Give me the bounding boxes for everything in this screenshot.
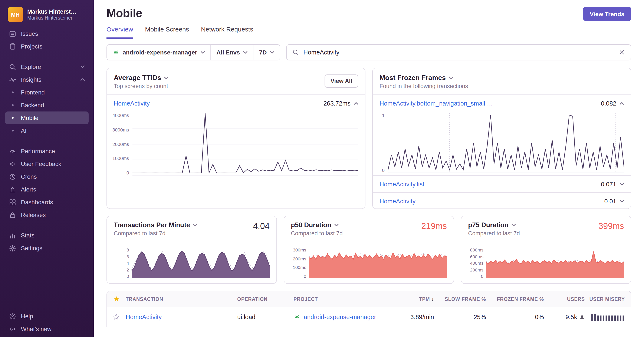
card-subtitle: Found in the following transactions xyxy=(380,83,624,89)
y-axis-label: 800ms xyxy=(466,248,484,252)
date-range-selector[interactable]: 7D xyxy=(254,45,280,60)
sidebar-item-alerts[interactable]: Alerts xyxy=(5,183,88,196)
sidebar-item-insights[interactable]: Insights xyxy=(5,73,88,86)
android-icon xyxy=(294,314,300,321)
chevron-down-icon xyxy=(164,77,168,79)
frozen-frames-value: 0.071 xyxy=(601,181,616,187)
sidebar-item-help[interactable]: Help xyxy=(5,310,88,323)
y-axis-label: 600ms xyxy=(466,254,484,259)
card-title-label: Transactions Per Minute xyxy=(114,221,190,229)
sidebar-item-mobile[interactable]: Mobile xyxy=(5,111,88,124)
siren-icon xyxy=(9,186,16,193)
sidebar-item-backend[interactable]: Backend xyxy=(5,99,88,111)
sidebar-item-label: User Feedback xyxy=(21,160,61,167)
sidebar-item-label: Explore xyxy=(21,63,41,70)
tab-overview[interactable]: Overview xyxy=(106,25,133,39)
expand-icon[interactable] xyxy=(620,183,624,185)
sidebar-item-label: Crons xyxy=(21,173,37,180)
transaction-link[interactable]: HomeActivity.bottom_navigation_small … xyxy=(380,100,493,107)
project-link[interactable]: android-expense-manager xyxy=(304,314,376,321)
y-axis-label: 0 xyxy=(466,274,484,278)
collapse-icon[interactable] xyxy=(354,102,358,104)
y-axis-label: 400ms xyxy=(466,261,484,265)
tpm-card: Transactions Per Minute 4.04 Compared to… xyxy=(106,216,277,284)
project-selector[interactable]: android-expense-manager xyxy=(107,45,211,60)
transaction-link[interactable]: HomeActivity xyxy=(126,314,162,321)
most-frozen-frames-title[interactable]: Most Frozen Frames xyxy=(380,74,624,82)
ttid-chart xyxy=(132,113,358,175)
transaction-link[interactable]: HomeActivity.list xyxy=(380,181,424,187)
sidebar-item-user-feedback[interactable]: User Feedback xyxy=(5,157,88,170)
column-header-project[interactable]: PROJECT xyxy=(294,296,395,302)
sidebar-item-label: Settings xyxy=(21,245,42,252)
transaction-link[interactable]: HomeActivity xyxy=(114,100,150,107)
sidebar-item-explore[interactable]: Explore xyxy=(5,60,88,73)
sidebar-item-whats-new[interactable]: What's new xyxy=(5,323,88,335)
y-axis: 800ms 600ms 400ms 200ms 0 xyxy=(466,248,486,278)
sidebar-item-label: Mobile xyxy=(21,114,38,121)
search-input[interactable] xyxy=(303,49,614,56)
frozen-frames-chart xyxy=(388,113,624,173)
tab-network-requests[interactable]: Network Requests xyxy=(201,25,253,39)
android-icon xyxy=(112,49,119,56)
filter-bar: android-expense-manager All Envs 7D xyxy=(106,44,631,60)
account-subtitle: Markus Hintersteiner xyxy=(27,15,76,20)
transactions-table: TRANSACTION OPERATION PROJECT TPM ↓ SLOW… xyxy=(106,291,631,327)
average-ttids-card: Average TTIDs Top screens by count View … xyxy=(106,68,366,209)
environment-selector[interactable]: All Envs xyxy=(211,45,254,60)
transaction-link[interactable]: HomeActivity xyxy=(380,198,416,204)
bullet-icon xyxy=(9,104,16,106)
sidebar-item-ai[interactable]: AI xyxy=(5,124,88,137)
y-axis: 1 0 xyxy=(377,113,388,173)
sidebar-item-issues[interactable]: Issues xyxy=(5,27,88,40)
column-header-operation[interactable]: OPERATION xyxy=(237,296,294,302)
column-header-user-misery[interactable]: USER MISERY xyxy=(585,296,631,302)
column-header-label: USER MISERY xyxy=(590,296,625,302)
column-header-users[interactable]: USERS xyxy=(544,296,585,302)
view-trends-button[interactable]: View Trends xyxy=(583,7,631,21)
expand-icon[interactable] xyxy=(620,200,624,202)
star-icon xyxy=(113,296,120,302)
average-ttids-title[interactable]: Average TTIDs xyxy=(114,74,358,82)
most-frozen-frames-card: Most Frozen Frames Found in the followin… xyxy=(372,68,631,209)
avatar: MH xyxy=(8,7,23,22)
p50-chart xyxy=(309,248,447,278)
org-switcher[interactable]: MH Markus Hinterst… Markus Hintersteiner xyxy=(5,4,88,27)
y-axis-label: 2 xyxy=(112,268,129,272)
p75-value: 399ms xyxy=(598,221,624,231)
starred-column-header xyxy=(107,296,126,302)
y-axis-label: 200ms xyxy=(466,268,484,272)
y-axis-label: 300ms xyxy=(289,248,306,252)
collapse-icon[interactable] xyxy=(620,102,624,104)
sidebar-item-label: Frontend xyxy=(21,89,45,96)
column-header-slow-frame[interactable]: SLOW FRAME % xyxy=(434,296,486,302)
chevron-down-icon xyxy=(193,224,197,226)
sidebar-item-dashboards[interactable]: Dashboards xyxy=(5,196,88,209)
tab-mobile-screens[interactable]: Mobile Screens xyxy=(145,25,189,39)
column-header-frozen-frame[interactable]: FROZEN FRAME % xyxy=(486,296,544,302)
column-header-transaction[interactable]: TRANSACTION xyxy=(126,296,237,302)
y-axis-label: 100ms xyxy=(289,265,306,270)
sidebar-item-crons[interactable]: Crons xyxy=(5,170,88,183)
card-title-label: Most Frozen Frames xyxy=(380,74,446,82)
page-filter-group: android-expense-manager All Envs 7D xyxy=(106,44,280,60)
sidebar-item-stats[interactable]: Stats xyxy=(5,229,88,242)
sidebar-item-releases[interactable]: Releases xyxy=(5,209,88,221)
sidebar-item-projects[interactable]: Projects xyxy=(5,40,88,53)
sidebar-item-frontend[interactable]: Frontend xyxy=(5,86,88,99)
view-all-button[interactable]: View All xyxy=(324,74,358,88)
tpm-title[interactable]: Transactions Per Minute xyxy=(114,221,270,229)
y-axis: 300ms 200ms 100ms 0 xyxy=(289,248,309,278)
search-bar xyxy=(286,44,631,60)
user-misery-chart xyxy=(591,313,625,321)
card-title-label: p75 Duration xyxy=(468,221,508,229)
y-axis-label: 0 xyxy=(289,274,306,278)
clear-search-icon[interactable] xyxy=(618,49,625,56)
bar-chart-icon xyxy=(9,232,16,239)
sidebar-item-settings[interactable]: Settings xyxy=(5,242,88,255)
y-axis-label: 6 xyxy=(112,254,129,259)
sidebar-item-label: Insights xyxy=(21,76,42,83)
star-toggle[interactable] xyxy=(107,314,126,321)
column-header-tpm[interactable]: TPM ↓ xyxy=(395,296,434,302)
sidebar-item-performance[interactable]: Performance xyxy=(5,145,88,157)
